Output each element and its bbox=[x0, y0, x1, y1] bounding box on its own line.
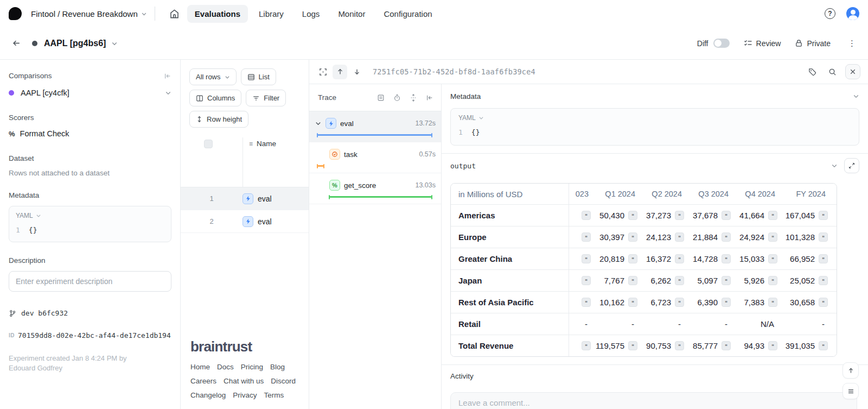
project-breadcrumb[interactable]: Fintool / Revenue Breakdown bbox=[31, 9, 147, 18]
citation-badge[interactable]: " bbox=[675, 254, 684, 263]
citation-badge[interactable]: " bbox=[768, 341, 777, 350]
user-avatar[interactable] bbox=[846, 7, 859, 20]
more-menu-button[interactable]: ⋮ bbox=[845, 39, 859, 48]
footer-link-blog[interactable]: Blog bbox=[270, 363, 285, 371]
next-span-button[interactable] bbox=[349, 65, 364, 79]
expand-output-button[interactable] bbox=[844, 158, 859, 173]
citation-badge[interactable]: " bbox=[628, 232, 637, 242]
citation-badge[interactable]: " bbox=[722, 254, 731, 263]
footer-link-chat[interactable]: Chat with us bbox=[224, 377, 264, 385]
footer-link-home[interactable]: Home bbox=[190, 363, 210, 371]
scroll-top-button[interactable] bbox=[843, 362, 859, 379]
citation-badge[interactable]: " bbox=[819, 341, 828, 350]
footer-link-changelog[interactable]: Changelog bbox=[190, 391, 226, 399]
citation-badge[interactable]: " bbox=[675, 211, 684, 220]
columns-button[interactable]: Columns bbox=[189, 90, 241, 106]
citation-badge[interactable]: " bbox=[582, 211, 591, 220]
scorer-format-check[interactable]: % Format Check bbox=[9, 129, 171, 138]
experiment-switcher[interactable] bbox=[111, 40, 118, 47]
trace-span-get-score[interactable]: % get_score 13.03s bbox=[309, 173, 441, 204]
span-metadata-yaml[interactable]: YAML 1 {} bbox=[450, 108, 859, 146]
footer-link-terms[interactable]: Terms bbox=[264, 391, 284, 399]
citation-badge[interactable]: " bbox=[819, 298, 828, 307]
citation-badge[interactable]: " bbox=[675, 298, 684, 307]
citation-badge[interactable]: " bbox=[582, 341, 591, 350]
all-rows-dropdown[interactable]: All rows bbox=[189, 68, 237, 85]
citation-badge[interactable]: " bbox=[819, 276, 828, 285]
citation-badge[interactable]: " bbox=[582, 232, 591, 242]
collapse-sidebar-button[interactable] bbox=[164, 72, 171, 80]
fullscreen-button[interactable] bbox=[316, 65, 330, 79]
metadata-yaml-editor[interactable]: YAML 1 {} bbox=[9, 206, 171, 242]
trace-span-eval[interactable]: eval 13.72s bbox=[309, 111, 441, 142]
citation-badge[interactable]: " bbox=[628, 276, 637, 285]
citation-badge[interactable]: " bbox=[628, 298, 637, 307]
braintrust-logo-icon[interactable] bbox=[9, 7, 22, 20]
timing-view-button[interactable] bbox=[393, 94, 401, 102]
search-button[interactable] bbox=[825, 65, 840, 79]
filter-button[interactable]: Filter bbox=[246, 90, 286, 106]
footer-link-privacy[interactable]: Privacy bbox=[233, 391, 257, 399]
footer-link-careers[interactable]: Careers bbox=[190, 377, 216, 385]
citation-badge[interactable]: " bbox=[675, 276, 684, 285]
table-row[interactable]: 1 eval bbox=[181, 187, 309, 210]
trace-span-task[interactable]: task 0.57s bbox=[309, 142, 441, 173]
citation-badge[interactable]: " bbox=[768, 254, 777, 263]
citation-badge[interactable]: " bbox=[722, 232, 731, 242]
tab-evaluations[interactable]: Evaluations bbox=[187, 5, 248, 23]
citation-badge[interactable]: " bbox=[768, 298, 777, 307]
citation-badge[interactable]: " bbox=[628, 211, 637, 220]
citation-badge[interactable]: " bbox=[582, 298, 591, 307]
close-panel-button[interactable] bbox=[845, 64, 860, 79]
citation-badge[interactable]: " bbox=[722, 276, 731, 285]
citation-badge[interactable]: " bbox=[628, 341, 637, 350]
prev-span-button[interactable] bbox=[333, 65, 347, 79]
diff-toggle[interactable] bbox=[713, 39, 730, 48]
citation-badge[interactable]: " bbox=[675, 232, 684, 242]
citation-badge[interactable]: " bbox=[819, 232, 828, 242]
chevron-down-icon[interactable] bbox=[853, 93, 859, 99]
citation-badge[interactable]: " bbox=[582, 254, 591, 263]
table-row[interactable]: 2 eval bbox=[181, 210, 309, 233]
citation-badge[interactable]: " bbox=[722, 298, 731, 307]
description-input[interactable] bbox=[9, 271, 171, 292]
comment-input[interactable] bbox=[450, 392, 857, 409]
citation-badge[interactable]: " bbox=[582, 276, 591, 285]
select-all-checkbox[interactable] bbox=[204, 140, 213, 148]
home-button[interactable] bbox=[165, 5, 184, 22]
citation-badge[interactable]: " bbox=[768, 211, 777, 220]
citation-badge[interactable]: " bbox=[768, 232, 777, 242]
name-column-header[interactable]: ≡ Name bbox=[249, 140, 276, 148]
tab-library[interactable]: Library bbox=[251, 5, 291, 23]
citation-badge[interactable]: " bbox=[819, 254, 828, 263]
footer-link-discord[interactable]: Discord bbox=[271, 377, 296, 385]
comparison-experiment[interactable]: AAPL [cy4cfk] bbox=[9, 89, 171, 97]
citation-badge[interactable]: " bbox=[819, 211, 828, 220]
table-cell: 16,372" bbox=[642, 248, 688, 269]
citation-badge[interactable]: " bbox=[768, 276, 777, 285]
yaml-format-select[interactable]: YAML bbox=[16, 212, 164, 219]
chevron-down-icon[interactable] bbox=[315, 120, 322, 127]
footer-link-pricing[interactable]: Pricing bbox=[241, 363, 263, 371]
citation-badge[interactable]: " bbox=[722, 211, 731, 220]
collapse-trace-button[interactable] bbox=[426, 94, 433, 102]
outline-menu-button[interactable] bbox=[843, 383, 859, 399]
list-view-button[interactable]: List bbox=[241, 68, 276, 85]
review-button[interactable]: Review bbox=[744, 39, 781, 48]
expand-all-button[interactable] bbox=[410, 94, 417, 102]
tab-configuration[interactable]: Configuration bbox=[376, 5, 439, 23]
private-button[interactable]: Private bbox=[795, 39, 831, 48]
notes-view-button[interactable] bbox=[377, 94, 385, 102]
citation-badge[interactable]: " bbox=[722, 341, 731, 350]
back-button[interactable] bbox=[9, 36, 24, 50]
help-icon[interactable]: ? bbox=[825, 8, 835, 19]
tab-logs[interactable]: Logs bbox=[295, 5, 328, 23]
footer-link-docs[interactable]: Docs bbox=[217, 363, 234, 371]
chevron-down-icon[interactable] bbox=[831, 162, 838, 169]
tab-monitor[interactable]: Monitor bbox=[330, 5, 373, 23]
tag-button[interactable] bbox=[805, 65, 820, 79]
citation-badge[interactable]: " bbox=[628, 254, 637, 263]
row-height-button[interactable]: Row height bbox=[189, 111, 248, 128]
citation-badge[interactable]: " bbox=[675, 341, 684, 350]
yaml-format-select[interactable]: YAML bbox=[458, 114, 851, 122]
